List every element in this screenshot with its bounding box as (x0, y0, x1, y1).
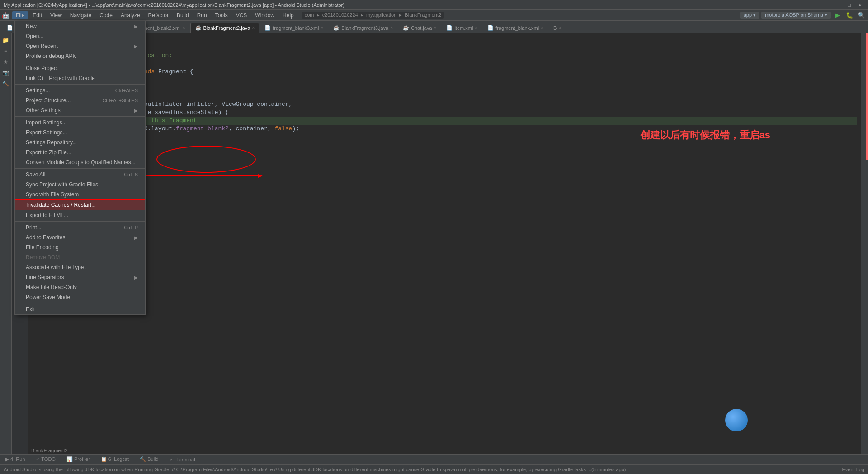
assistant-circle[interactable] (725, 409, 748, 431)
search-button[interactable]: 🔍 (856, 10, 866, 20)
code-line-19: // Inflate the layout for this fragment (31, 117, 857, 125)
chinese-annotation: 创建以后有时候报错，重启as (640, 128, 770, 142)
menu-analyze[interactable]: Analyze (117, 11, 144, 19)
menu-item-line-separators[interactable]: Line Separators ▶ (15, 272, 145, 282)
menu-item-other-settings[interactable]: Other Settings ▶ (15, 105, 145, 115)
menu-item-remove-bom: Remove BOM (15, 252, 145, 262)
menu-code[interactable]: Code (96, 11, 116, 19)
tab-blankfragment3-java[interactable]: ☕ BlankFragment3.java × (328, 23, 398, 33)
menu-item-new[interactable]: New ▶ (15, 21, 145, 31)
menu-item-project-structure[interactable]: Project Structure... Ctrl+Alt+Shift+S (15, 95, 145, 105)
maximize-button[interactable]: □ (845, 2, 854, 8)
code-line-17: public View onCreateView(LayoutInflater … (31, 100, 857, 109)
minimize-button[interactable]: − (834, 2, 842, 8)
menu-item-open[interactable]: Open... (15, 31, 145, 41)
file-menu-dropdown: New ▶ Open... Open Recent ▶ Profile or d… (14, 21, 146, 315)
menu-item-export-html[interactable]: Export to HTML... (15, 210, 145, 220)
menu-item-profile-debug[interactable]: Profile or debug APK (15, 51, 145, 61)
menu-item-exit[interactable]: Exit (15, 304, 145, 314)
code-line-11: package com.c201801020224.myapplication; (31, 52, 857, 60)
menu-item-power-save-mode[interactable]: Power Save Mode (15, 292, 145, 302)
tab-profiler[interactable]: 📊 Profiler (63, 455, 94, 463)
separator-1 (15, 62, 145, 62)
tab-fragment-blank-xml[interactable]: 📄 fragment_blank.xml × (482, 23, 548, 33)
code-line-15 (31, 84, 857, 92)
tab-build[interactable]: 🔨 Build (136, 455, 162, 463)
menu-item-export-settings[interactable]: Export Settings... (15, 128, 145, 137)
toolbar-breadcrumb: com ▸ c201801020224 ▸ myapplication ▸ Bl… (302, 12, 444, 19)
menu-item-convert-module[interactable]: Convert Module Groups to Qualified Names… (15, 157, 145, 167)
code-line-9 (31, 35, 857, 43)
menu-item-import-settings[interactable]: Import Settings... (15, 118, 145, 128)
separator-6 (15, 303, 145, 303)
app-icon: 🤖 (2, 12, 9, 19)
bottom-filename: BlankFragment2 (28, 447, 71, 454)
titlebar: My Application [G:\02\MyApplication4] - … (0, 0, 868, 10)
sidebar-captures-icon[interactable]: 📷 (1, 68, 11, 78)
code-line-10 (31, 43, 857, 52)
status-text: Android Studio is using the following JD… (4, 467, 838, 472)
tab-todo[interactable]: ✓ TODO (32, 455, 59, 463)
code-editor[interactable]: package com.c201801020224.myapplication;… (28, 33, 861, 454)
left-sidebar: 📁 ≡ ★ 📷 🔨 (0, 33, 12, 454)
tab-b[interactable]: B × (548, 23, 566, 33)
menu-item-settings-repo[interactable]: Settings Repository... (15, 137, 145, 147)
tab-fragment-blank3-xml[interactable]: 📄 fragment_blank3.xml × (259, 23, 328, 33)
separator-3 (15, 116, 145, 117)
sidebar-project-icon[interactable]: 📁 (1, 35, 11, 45)
menu-item-sync-gradle[interactable]: Sync Project with Gradle Files (15, 180, 145, 190)
separator-5 (15, 221, 145, 222)
toolbar-device[interactable]: motorola AOSP on Shama ▾ (761, 12, 831, 19)
tab-terminal[interactable]: >_ Terminal (166, 456, 199, 463)
code-line-16: @Override (31, 92, 857, 100)
menu-edit[interactable]: Edit (29, 11, 46, 19)
menu-item-add-favorites[interactable]: Add to Favorites ▶ (15, 232, 145, 242)
debug-button[interactable]: 🐛 (844, 10, 854, 20)
menu-view[interactable]: View (47, 11, 66, 19)
code-line-12 (31, 60, 857, 68)
tab-chat-java[interactable]: ☕ Chat.java × (398, 23, 441, 33)
menu-file[interactable]: File (12, 11, 28, 19)
tab-item-xml[interactable]: 📄 item.xml × (441, 23, 482, 33)
code-line-22: } (31, 141, 857, 149)
menu-run[interactable]: Run (193, 11, 211, 19)
event-log-button[interactable]: Event Log (842, 467, 864, 472)
menu-refactor[interactable]: Refactor (145, 11, 172, 19)
menu-item-link-cpp[interactable]: Link C++ Project with Gradle (15, 73, 145, 83)
menu-item-make-read-only[interactable]: Make File Read-Only (15, 282, 145, 292)
menubar: 🤖 File Edit View Navigate Code Analyze R… (0, 10, 868, 21)
menu-item-associate-file-type[interactable]: Associate with File Type . (15, 262, 145, 272)
menu-tools[interactable]: Tools (212, 11, 231, 19)
menu-window[interactable]: Window (251, 11, 278, 19)
close-button[interactable]: × (856, 2, 864, 8)
menu-item-file-encoding[interactable]: File Encoding (15, 242, 145, 252)
menu-item-save-all[interactable]: Save All Ctrl+S (15, 170, 145, 180)
menu-item-open-recent[interactable]: Open Recent ▶ (15, 41, 145, 51)
menu-item-export-zip[interactable]: Export to Zip File... (15, 147, 145, 157)
statusbar: Android Studio is using the following JD… (0, 464, 868, 474)
menu-navigate[interactable]: Navigate (66, 11, 95, 19)
tab-run[interactable]: ▶ 4: Run (2, 455, 28, 463)
menu-vcs[interactable]: VCS (232, 11, 251, 19)
menu-build[interactable]: Build (173, 11, 193, 19)
run-button[interactable]: ▶ (833, 10, 843, 20)
sidebar-build-icon[interactable]: 🔨 (1, 79, 11, 89)
tab-blankfragment2-java[interactable]: ☕ BlankFragment2.java × (190, 23, 260, 33)
separator-4 (15, 168, 145, 169)
menu-item-invalidate-caches[interactable]: Invalidate Caches / Restart... (15, 199, 145, 210)
right-panel (861, 33, 868, 454)
menu-item-sync-file-system[interactable]: Sync with File System (15, 190, 145, 199)
toolbar-app[interactable]: app ▾ (740, 12, 760, 19)
window-controls: − □ × (834, 2, 864, 8)
menu-item-close-project[interactable]: Close Project (15, 63, 145, 73)
menu-item-print[interactable]: Print... Ctrl+P (15, 223, 145, 232)
separator-2 (15, 84, 145, 85)
menu-help[interactable]: Help (279, 11, 297, 19)
code-line-18: Bundle savedInstanceState) { (31, 109, 857, 117)
tab-logcat[interactable]: 📋 6: Logcat (97, 455, 132, 463)
menu-item-settings[interactable]: Settings... Ctrl+Alt+S (15, 85, 145, 95)
code-line-13: public class BlankFragment2 extends Frag… (31, 68, 857, 76)
titlebar-title: My Application [G:\02\MyApplication4] - … (4, 2, 344, 8)
sidebar-structure-icon[interactable]: ≡ (1, 46, 11, 56)
sidebar-favorites-icon[interactable]: ★ (1, 57, 11, 67)
